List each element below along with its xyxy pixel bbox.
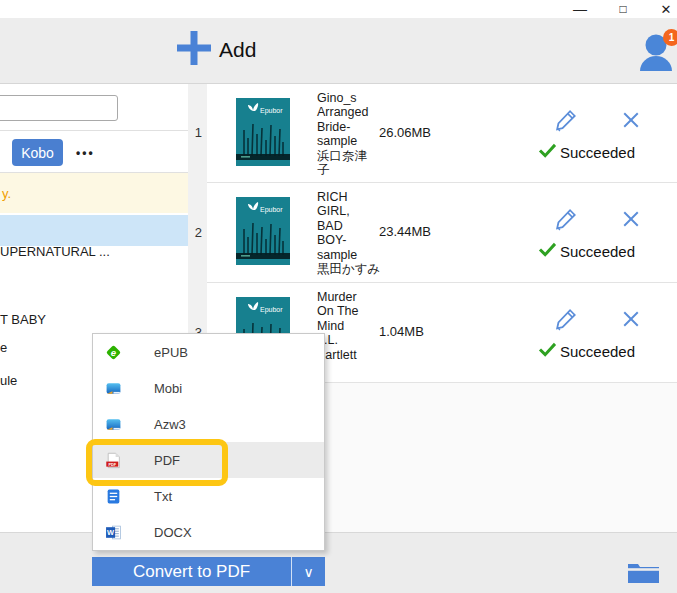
text-file-icon bbox=[105, 488, 122, 505]
search-input[interactable] bbox=[0, 95, 118, 121]
plus-icon bbox=[176, 30, 212, 70]
sidebar-selected-item[interactable] bbox=[0, 215, 188, 246]
tab-kobo[interactable]: Kobo bbox=[12, 139, 63, 166]
app-window: — □ ✕ Add 1 Kobo ••• y. UPE bbox=[0, 0, 677, 593]
word-icon: W bbox=[105, 524, 122, 541]
menu-item-label: Azw3 bbox=[154, 417, 186, 432]
notice-link[interactable]: y. bbox=[0, 173, 188, 213]
epub-icon: e bbox=[105, 344, 122, 361]
menu-item-label: Txt bbox=[154, 489, 172, 504]
menu-item-label: ePUB bbox=[154, 345, 188, 360]
svg-text:Epubor: Epubor bbox=[260, 107, 283, 115]
row-number: 1 bbox=[188, 125, 202, 140]
menu-item-mobi[interactable]: Mobi bbox=[93, 370, 324, 406]
sidebar-item-book[interactable]: UPERNATURAL ... bbox=[0, 244, 188, 259]
book-title: Gino_s Arranged Bride- sample 浜口奈津 子 bbox=[317, 91, 385, 177]
add-button-label: Add bbox=[219, 38, 256, 62]
convert-button-label[interactable]: Convert to PDF bbox=[92, 557, 292, 586]
more-menu-button[interactable]: ••• bbox=[76, 139, 95, 166]
table-row: Epubor RICH GIRL, BAD BOY- sample 黒田かすみ … bbox=[207, 183, 677, 283]
menu-item-label: DOCX bbox=[154, 525, 192, 540]
edit-icon[interactable] bbox=[552, 205, 580, 233]
convert-button[interactable]: Convert to PDF ∨ bbox=[92, 557, 325, 586]
book-cover-image: Epubor bbox=[236, 98, 290, 166]
book-icon bbox=[105, 380, 122, 397]
sidebar-item-book[interactable]: T BABY bbox=[0, 312, 188, 327]
remove-icon[interactable] bbox=[622, 310, 640, 328]
edit-icon[interactable] bbox=[552, 106, 580, 134]
check-icon bbox=[538, 143, 557, 162]
check-icon bbox=[538, 342, 557, 361]
close-icon[interactable]: ✕ bbox=[653, 0, 677, 18]
title-bar: — □ ✕ bbox=[0, 0, 677, 18]
menu-item-azw3[interactable]: Azw3 bbox=[93, 406, 324, 442]
status-text: Succeeded bbox=[560, 144, 635, 161]
minimize-icon[interactable]: — bbox=[567, 0, 593, 18]
svg-text:PDF: PDF bbox=[108, 462, 116, 466]
book-title: RICH GIRL, BAD BOY- sample 黒田かすみ bbox=[317, 190, 385, 276]
menu-item-epub[interactable]: e ePUB bbox=[93, 334, 324, 370]
table-row: Epubor Gino_s Arranged Bride- sample 浜口奈… bbox=[207, 84, 677, 183]
menu-item-label: PDF bbox=[154, 453, 180, 468]
user-icon bbox=[639, 57, 673, 74]
book-title: Murder On The Mind L.L. Bartlett bbox=[317, 290, 385, 362]
status-badge: Succeeded bbox=[538, 242, 635, 261]
account-button[interactable]: 1 bbox=[639, 29, 677, 74]
row-number: 2 bbox=[188, 225, 202, 240]
svg-text:Epubor: Epubor bbox=[260, 206, 283, 214]
remove-icon[interactable] bbox=[622, 111, 640, 129]
svg-text:Epubor: Epubor bbox=[260, 306, 283, 314]
pdf-icon: PDF bbox=[105, 452, 122, 469]
menu-item-txt[interactable]: Txt bbox=[93, 478, 324, 514]
edit-icon[interactable] bbox=[552, 305, 580, 333]
status-badge: Succeeded bbox=[538, 143, 635, 162]
header: Add 1 bbox=[0, 18, 677, 84]
book-icon bbox=[105, 416, 122, 433]
book-size: 1.04MB bbox=[379, 324, 424, 339]
status-text: Succeeded bbox=[560, 243, 635, 260]
status-badge: Succeeded bbox=[538, 342, 635, 361]
menu-item-label: Mobi bbox=[154, 381, 182, 396]
add-button[interactable]: Add bbox=[176, 28, 256, 72]
folder-icon bbox=[627, 570, 660, 587]
menu-item-pdf[interactable]: PDF PDF bbox=[93, 442, 324, 478]
divider bbox=[0, 130, 188, 131]
check-icon bbox=[538, 242, 557, 261]
notification-badge: 1 bbox=[663, 29, 677, 46]
status-text: Succeeded bbox=[560, 343, 635, 360]
svg-text:e: e bbox=[111, 346, 117, 357]
format-dropdown-menu: e ePUB Mobi bbox=[92, 333, 325, 551]
remove-icon[interactable] bbox=[622, 210, 640, 228]
book-cover-image: Epubor bbox=[236, 197, 290, 265]
maximize-icon[interactable]: □ bbox=[610, 0, 636, 18]
svg-text:W: W bbox=[107, 528, 114, 537]
book-size: 23.44MB bbox=[379, 224, 431, 239]
chevron-down-icon[interactable]: ∨ bbox=[292, 557, 325, 586]
book-size: 26.06MB bbox=[379, 125, 431, 140]
open-output-folder-button[interactable] bbox=[627, 560, 660, 584]
menu-item-docx[interactable]: W DOCX bbox=[93, 514, 324, 550]
